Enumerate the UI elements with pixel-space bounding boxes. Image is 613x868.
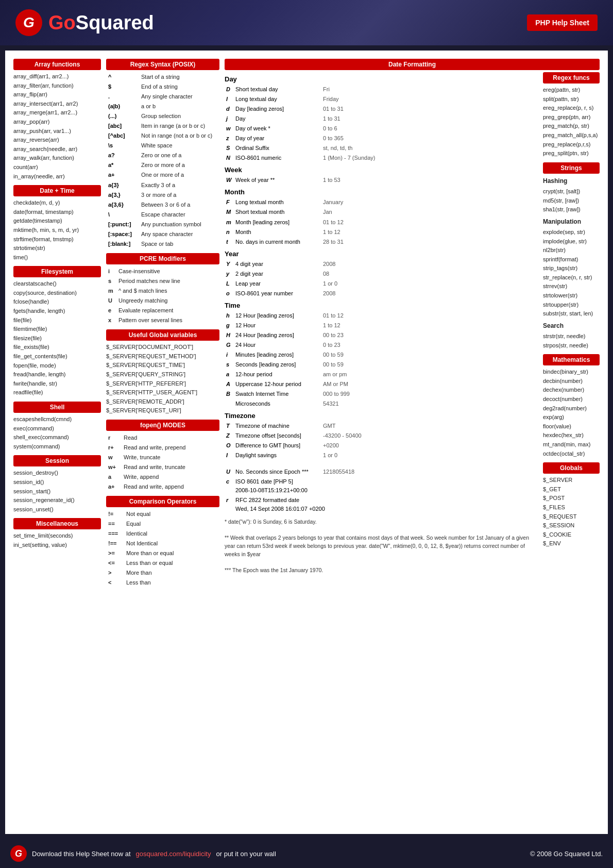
date-key: i bbox=[225, 350, 234, 360]
section-content-fopen: rRead r+Read and write, prepend wWrite, … bbox=[106, 433, 219, 492]
timezone-table: TTimezone of machineGMT ZTimezone offset… bbox=[225, 421, 538, 460]
section-title-globals: Useful Global variables bbox=[106, 329, 219, 341]
list-item: decbin(number) bbox=[543, 377, 600, 386]
date-key: I bbox=[225, 450, 234, 460]
timezone-heading: Timezone bbox=[225, 412, 538, 420]
table-row: xPattern over several lines bbox=[106, 315, 219, 325]
list-item: array_push(arr, var1...) bbox=[13, 127, 101, 136]
pcre-desc: Pattern over several lines bbox=[116, 315, 219, 325]
date-key: m bbox=[225, 218, 234, 227]
table-row: !=Not equal bbox=[106, 509, 219, 519]
date-desc: Day of year bbox=[234, 133, 321, 143]
list-item: dechex(number) bbox=[543, 386, 600, 395]
pcre-desc: Evaluate replacement bbox=[116, 306, 219, 315]
table-row: m^ and $ match lines bbox=[106, 286, 219, 296]
section-misc: Miscellaneous set_time_limit(seconds) in… bbox=[13, 518, 101, 549]
list-item: $_SERVER['REMOTE_ADDR'] bbox=[106, 397, 219, 407]
list-item: strtolower(str) bbox=[543, 291, 600, 301]
date-key: h bbox=[225, 311, 234, 321]
list-item: array_filter(arr, function) bbox=[13, 81, 101, 91]
comp-desc: Equal bbox=[124, 519, 219, 529]
comp-op: > bbox=[106, 568, 124, 578]
regex-symbol: [abc] bbox=[106, 121, 139, 131]
date-key bbox=[225, 399, 234, 409]
date-key: g bbox=[225, 321, 234, 330]
table-row: eEvaluate replacement bbox=[106, 306, 219, 315]
section-title-comparison: Comparison Operators bbox=[106, 496, 219, 507]
regex-desc: End of a string bbox=[139, 82, 219, 92]
list-item: sprintf(format) bbox=[543, 255, 600, 264]
table-row: BSwatch Internet Time000 to 999 bbox=[225, 389, 538, 399]
list-item: exec(command) bbox=[13, 424, 101, 433]
list-item: $_POST bbox=[543, 494, 600, 503]
date-val: 2008 bbox=[321, 259, 538, 269]
table-row: tNo. days in current month28 to 31 bbox=[225, 237, 538, 247]
section-title-strings: Strings bbox=[543, 162, 600, 174]
list-item: $_REQUEST bbox=[543, 512, 600, 522]
table-row: !==Not Identical bbox=[106, 539, 219, 548]
table-row: a+Read and write, append bbox=[106, 482, 219, 492]
fopen-mode: r bbox=[106, 433, 122, 443]
list-item: fwrite(handle, str) bbox=[13, 379, 101, 389]
date-desc: RFC 2822 formatted dateWed, 14 Sept 2008… bbox=[234, 495, 538, 514]
footer-link[interactable]: gosquared.com/liquidicity bbox=[136, 850, 211, 858]
fopen-desc: Read and write, append bbox=[122, 482, 219, 492]
date-val: 000 to 999 bbox=[321, 389, 538, 399]
list-item: crypt(str, [salt]) bbox=[543, 187, 600, 196]
date-val: -43200 - 50400 bbox=[321, 431, 538, 441]
logo-icon: G bbox=[15, 9, 42, 36]
section-globals-box: Globals $_SERVER $_GET $_POST $_FILES $_… bbox=[543, 462, 600, 548]
table-row: iCase-insensitive bbox=[106, 266, 219, 276]
date-val: 1 (Mon) - 7 (Sunday) bbox=[321, 153, 538, 163]
section-content-misc: set_time_limit(seconds) ini_set(setting,… bbox=[13, 531, 101, 549]
list-item: date(format, timestamp) bbox=[13, 208, 101, 217]
list-item: $_SESSION bbox=[543, 521, 600, 530]
list-item: decoct(number) bbox=[543, 395, 600, 404]
section-content-filesystem: clearstatscache() copy(source, destinati… bbox=[13, 279, 101, 397]
comp-op: != bbox=[106, 509, 124, 519]
table-row: [abc]Item in range (a or b or c) bbox=[106, 121, 219, 131]
section-title-date-formatting: Date Formatting bbox=[225, 59, 600, 70]
date-val: Jan bbox=[321, 207, 538, 217]
table-row: lLong textual dayFriday bbox=[225, 94, 538, 104]
date-desc: Long textual month bbox=[234, 197, 321, 207]
section-title-fopen: fopen() MODES bbox=[106, 420, 219, 431]
regex-desc: Space or tab bbox=[139, 239, 219, 249]
regex-desc: Not in range (not a or b or c) bbox=[139, 131, 219, 141]
list-item: in_array(needle, arr) bbox=[13, 172, 101, 181]
list-item: fopen(file, mode) bbox=[13, 361, 101, 371]
date-desc: ISO 8601 date [PHP 5]2008-10-08T15:19:21… bbox=[234, 477, 538, 495]
comp-op: <= bbox=[106, 558, 124, 568]
list-item: filesize(file) bbox=[13, 334, 101, 343]
section-title-filesystem: Filesystem bbox=[13, 266, 101, 277]
list-item: preg_match_all(p,s,a) bbox=[543, 131, 600, 140]
list-item: session_id() bbox=[13, 478, 101, 487]
comp-desc: Identical bbox=[124, 529, 219, 539]
list-item: strftime(format, tmstmp) bbox=[13, 235, 101, 244]
list-item: session_unset() bbox=[13, 505, 101, 514]
date-key: l bbox=[225, 94, 234, 104]
section-fopen: fopen() MODES rRead r+Read and write, pr… bbox=[106, 420, 219, 492]
regex-desc: Zero or one of a bbox=[139, 151, 219, 160]
section-title-regex: Regex Syntax (POSIX) bbox=[106, 59, 219, 70]
date-section: Day DShort textual dayFri lLong textual … bbox=[225, 72, 538, 575]
footer-left: G Download this Help Sheet now at gosqua… bbox=[10, 845, 276, 862]
list-item: md5(str, [raw]) bbox=[543, 196, 600, 206]
fopen-mode: a+ bbox=[106, 482, 122, 492]
list-item: str_replace(n, r, str) bbox=[543, 273, 600, 282]
table-row: NISO-8601 numeric1 (Mon) - 7 (Sunday) bbox=[225, 153, 538, 163]
date-key: Y bbox=[225, 259, 234, 269]
date-val: January bbox=[321, 197, 538, 207]
columns: Array functions array_diff(arr1, arr2...… bbox=[13, 59, 600, 826]
main-content: Array functions array_diff(arr1, arr2...… bbox=[5, 51, 608, 834]
date-desc: 12 Hour bbox=[234, 321, 321, 330]
section-title-session: Session bbox=[13, 455, 101, 466]
list-item: shell_exec(command) bbox=[13, 433, 101, 442]
date-val: 01 to 12 bbox=[321, 218, 538, 227]
footer-text: Download this Help Sheet now at bbox=[32, 850, 131, 858]
regex-symbol: [:space:] bbox=[106, 229, 139, 239]
list-item: time() bbox=[13, 253, 101, 262]
table-row: r+Read and write, prepend bbox=[106, 443, 219, 453]
year-table: Y4 digit year2008 y2 digit year08 LLeap … bbox=[225, 259, 538, 298]
fopen-desc: Write, truncate bbox=[122, 453, 219, 462]
